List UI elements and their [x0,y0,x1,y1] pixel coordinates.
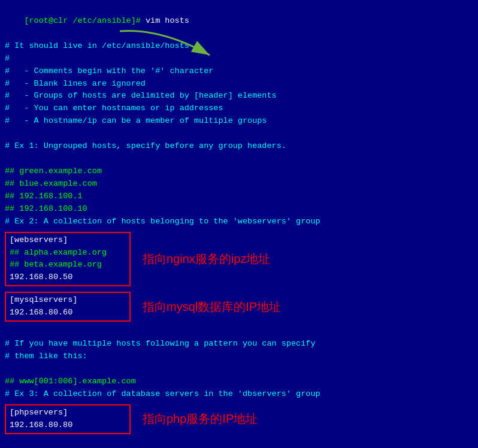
webservers-alpha: ## alpha.example.org [10,247,126,259]
mysqlservers-ip: 192.168.80.60 [10,307,126,319]
mysqlservers-header: [mysqlservers] [10,294,126,307]
phpservers-section: [phpservers] 192.168.80.80 指向php服务的IP地址 [5,402,473,436]
prompt-text: [root@clr /etc/ansible]# [24,16,140,25]
comment-line-6: # - You can enter hostnames or ip addres… [5,102,473,115]
blank-line-4 [5,363,473,376]
blank-line-1 [5,128,473,140]
host-ip1: ## 192.168.100.1 [5,190,473,203]
ex1-comment: # Ex 1: Ungrouped hosts, specify before … [5,140,473,153]
comment-line-7: # - A hostname/ip can be a member of mul… [5,115,473,128]
phpservers-box: [phpservers] 192.168.80.80 [5,404,131,434]
comment-line-5: # - Groups of hosts are delimited by [he… [5,90,473,102]
comment-line-1: # It should live in /etc/ansible/hosts [5,40,473,53]
ex2-comment: # Ex 2: A collection of hosts belonging … [5,216,473,228]
comment-line-2: # [5,53,473,65]
www-pattern: ## www[001:006].example.com [5,376,473,388]
blank-line-3 [5,325,473,338]
comment-line-4: # - Blank lines are ignored [5,78,473,90]
multi-host-comment1: # If you have multiple hosts following a… [5,338,473,350]
phpservers-ip: 192.168.80.80 [10,419,126,432]
webservers-header: [webservers] [10,234,126,247]
webservers-beta: ## beta.example.org [10,259,126,271]
terminal-window: [root@clr /etc/ansible]# vim hosts # It … [0,0,478,448]
ex3-comment: # Ex 3: A collection of database servers… [5,388,473,401]
mysqlservers-box: [mysqlservers] 192.168.80.60 [5,292,131,322]
command-text: vim hosts [141,16,189,25]
arrow-annotation [114,25,234,63]
phpservers-annotation: 指向php服务的IP地址 [143,411,258,427]
phpservers-header: [phpservers] [10,407,126,419]
webservers-annotation: 指向nginx服务的ipz地址 [143,251,270,267]
host-green: ## green.example.com [5,165,473,178]
prompt-line: [root@clr /etc/ansible]# vim hosts [5,2,473,40]
comment-line-3: # - Comments begin with the '#' characte… [5,65,473,78]
blank-line-2 [5,153,473,165]
webservers-ip: 192.168.80.50 [10,271,126,284]
host-ip2: ## 192.168.100.10 [5,203,473,216]
webservers-section: [webservers] ## alpha.example.org ## bet… [5,230,473,289]
mysqlservers-annotation: 指向mysql数据库的IP地址 [143,299,281,315]
mysqlservers-section: [mysqlservers] 192.168.80.60 指向mysql数据库的… [5,290,473,323]
webservers-box: [webservers] ## alpha.example.org ## bet… [5,232,131,287]
multi-host-comment2: # them like this: [5,350,473,363]
host-blue: ## blue.example.com [5,178,473,190]
